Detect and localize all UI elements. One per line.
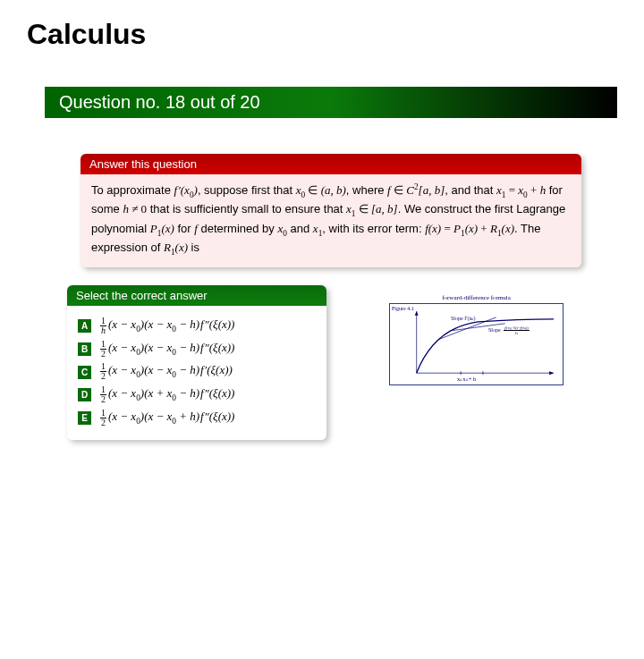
slope-label-1: Slope f′(x₀) xyxy=(451,315,475,321)
plot-svg xyxy=(390,304,563,384)
answer-expr: 1h(x − x0)(x − x0 − h) f ″(ξ(x)) xyxy=(98,317,234,336)
figure-caption: forward-difference formula xyxy=(389,294,564,301)
answer-letter: E xyxy=(78,411,91,425)
answer-expr: 12(x − x0)(x + x0 − h) f ″(ξ(x)) xyxy=(98,385,234,405)
question-bar: Question no. 18 out of 20 xyxy=(45,87,617,118)
answer-letter: D xyxy=(78,388,91,401)
page: Calculus Question no. 18 out of 20 Answe… xyxy=(0,0,644,485)
answer-letter: A xyxy=(78,319,91,333)
answer-list: A 1h(x − x0)(x − x0 − h) f ″(ξ(x)) B 12(… xyxy=(67,306,326,440)
x-tick-labels: x₀ x₀ + h xyxy=(457,376,476,382)
figure: forward-difference formula Figure 4.1 xyxy=(389,294,564,385)
answer-card: Select the correct answer A 1h(x − x0)(x… xyxy=(67,285,326,440)
slope-label-2: Slope f(x₀+h)−f(x₀)h xyxy=(488,325,531,335)
page-title: Calculus xyxy=(27,18,617,51)
answer-letter: C xyxy=(78,366,91,379)
svg-marker-1 xyxy=(549,371,554,375)
answer-expr: 12(x − x0)(x − x0 − h) f ′(ξ(x)) xyxy=(98,362,233,382)
answer-row: Select the correct answer A 1h(x − x0)(x… xyxy=(27,285,617,458)
answer-option-d[interactable]: D 12(x − x0)(x + x0 − h) f ″(ξ(x)) xyxy=(78,385,316,405)
question-card: Answer this question To approximate f ′(… xyxy=(80,154,581,267)
answer-expr: 12(x − x0)(x − x0 + h) f ″(ξ(x)) xyxy=(98,409,234,428)
svg-marker-3 xyxy=(415,311,419,316)
answer-option-c[interactable]: C 12(x − x0)(x − x0 − h) f ′(ξ(x)) xyxy=(78,362,316,382)
answer-card-header: Select the correct answer xyxy=(67,285,326,306)
question-text: To approximate f ′(x0), suppose first th… xyxy=(80,174,581,267)
answer-letter: B xyxy=(78,342,91,356)
figure-box: Figure 4.1 Slope f′(x₀) xyxy=(389,303,564,385)
answer-option-e[interactable]: E 12(x − x0)(x − x0 + h) f ″(ξ(x)) xyxy=(78,409,316,428)
question-card-header: Answer this question xyxy=(80,154,581,174)
answer-option-a[interactable]: A 1h(x − x0)(x − x0 − h) f ″(ξ(x)) xyxy=(78,317,316,336)
answer-option-b[interactable]: B 12(x − x0)(x − x0 − h) f ″(ξ(x)) xyxy=(78,340,316,359)
answer-expr: 12(x − x0)(x − x0 − h) f ″(ξ(x)) xyxy=(98,340,234,359)
